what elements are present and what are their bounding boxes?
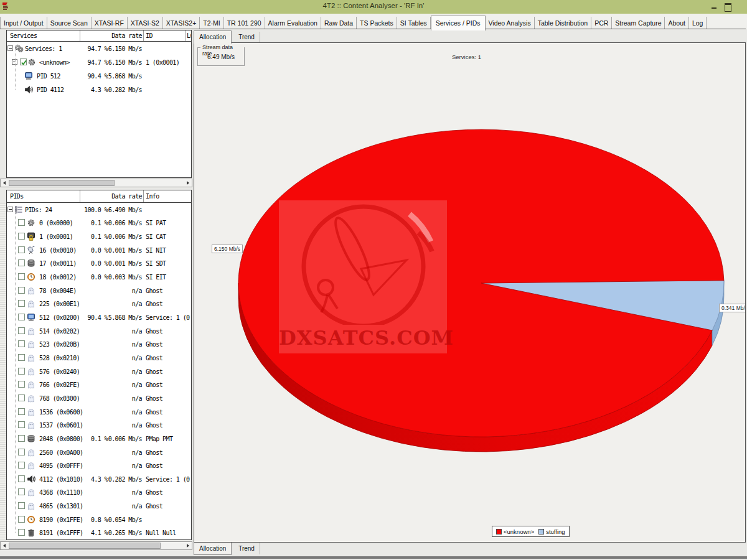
tree-row[interactable]: 766 (0x02FE)n/aGhost	[7, 378, 191, 391]
tree-row[interactable]: 4112 (0x1010)4.3 %0.282 Mb/sService: 1 (…	[7, 472, 191, 486]
tree-row[interactable]: 514 (0x0202)n/aGhost	[7, 324, 191, 338]
expander-icon[interactable]	[7, 45, 13, 51]
tree-row[interactable]: 225 (0x00E1)n/aGhost	[7, 297, 191, 311]
tree-row[interactable]: <unknown>94.7 %6.150 Mb/s1 (0x0001)	[7, 55, 191, 69]
row-checkbox[interactable]	[18, 314, 25, 320]
tab-raw-data[interactable]: Raw Data	[321, 17, 357, 29]
row-checkbox[interactable]	[18, 421, 25, 428]
tree-row[interactable]: 1537 (0x0601)n/aGhost	[7, 418, 191, 432]
row-checkbox[interactable]	[18, 516, 25, 523]
scroll-left-icon[interactable]	[1, 542, 8, 549]
pids-vscrollbar[interactable]	[0, 203, 6, 540]
col-pids[interactable]: PIDs	[10, 193, 24, 200]
row-checkbox[interactable]	[18, 368, 25, 375]
row-checkbox[interactable]	[18, 340, 25, 347]
row-checkbox[interactable]	[18, 327, 25, 334]
row-checkbox[interactable]	[18, 273, 25, 280]
tab-ts-packets[interactable]: TS Packets	[357, 17, 397, 29]
row-checkbox[interactable]	[20, 58, 27, 65]
row-checkbox[interactable]	[18, 219, 25, 226]
row-checkbox[interactable]	[18, 449, 25, 455]
tree-row[interactable]: 2048 (0x0800)0.1 %0.006 Mb/sPMap PMT	[7, 432, 191, 446]
tab-source-scan[interactable]: Source Scan	[47, 17, 92, 29]
col-data-rate[interactable]: Data rate	[82, 32, 142, 39]
tab-alarm-evaluation[interactable]: Alarm Evaluation	[265, 17, 321, 29]
tab-trend-bottom[interactable]: Trend	[233, 543, 260, 554]
row-checkbox[interactable]	[18, 502, 25, 509]
tree-row[interactable]: 1 (0x0001)0.1 %0.006 Mb/sSI CAT	[7, 230, 191, 243]
scroll-right-icon[interactable]	[184, 179, 192, 187]
row-checkbox[interactable]	[18, 435, 25, 442]
tree-row[interactable]: 768 (0x0300)n/aGhost	[7, 391, 191, 405]
tab-video-analysis[interactable]: Video Analysis	[486, 17, 535, 29]
tab-xtasi-s2[interactable]: XTASI-S2	[128, 17, 163, 29]
tree-row[interactable]: 523 (0x020B)n/aGhost	[7, 338, 191, 352]
tree-row[interactable]: PIDs: 24100.0 %6.490 Mb/s	[7, 203, 191, 217]
scroll-left-icon[interactable]	[1, 179, 8, 187]
tree-row[interactable]: 17 (0x0011)0.0 %0.001 Mb/sSI SDT	[7, 257, 191, 271]
tree-row[interactable]: Services: 194.7 %6.150 Mb/s	[7, 42, 191, 55]
scroll-thumb[interactable]	[9, 180, 115, 186]
column-divider[interactable]	[143, 190, 144, 202]
col-id[interactable]: ID	[146, 32, 153, 39]
tree-row[interactable]: 4865 (0x1301)n/aGhost	[7, 499, 191, 513]
row-checkbox[interactable]	[18, 394, 25, 401]
tree-row[interactable]: 78 (0x004E)n/aGhost	[7, 284, 191, 297]
tab-pcr[interactable]: PCR	[591, 17, 612, 29]
tab-about[interactable]: About	[665, 17, 688, 29]
column-divider[interactable]	[80, 30, 80, 41]
column-divider[interactable]	[80, 190, 80, 202]
maximize-button[interactable]	[723, 2, 732, 11]
scroll-thumb[interactable]	[9, 543, 161, 549]
services-hscrollbar[interactable]	[0, 179, 192, 187]
tree-row[interactable]: 528 (0x0210)n/aGhost	[7, 351, 191, 365]
tree-row[interactable]: 512 (0x0200)90.4 %5.868 Mb/sService: 1 (…	[7, 310, 191, 324]
tree-row[interactable]: PID 51290.4 %5.868 Mb/s	[7, 69, 191, 83]
tab-si-tables[interactable]: SI Tables	[397, 17, 431, 29]
row-checkbox[interactable]	[18, 408, 25, 415]
row-checkbox[interactable]	[18, 287, 25, 294]
tree-row[interactable]: 8191 (0x1FFF)4.1 %0.265 Mb/sNull Null	[7, 526, 191, 539]
tab-allocation[interactable]: Allocation	[194, 30, 232, 44]
row-checkbox[interactable]	[18, 300, 25, 307]
row-checkbox[interactable]	[18, 233, 25, 240]
tab-allocation-bottom[interactable]: Allocation	[194, 543, 232, 555]
row-checkbox[interactable]	[18, 462, 25, 469]
tree-row[interactable]: 2560 (0x0A00)n/aGhost	[7, 446, 191, 459]
tab-t2-mi[interactable]: T2-MI	[200, 17, 223, 29]
tab-services-pids[interactable]: Services / PIDs	[431, 16, 486, 30]
tree-row[interactable]: 1536 (0x0600)n/aGhost	[7, 405, 191, 419]
col-info[interactable]: Info	[146, 193, 159, 200]
row-checkbox[interactable]	[18, 246, 25, 253]
expander-icon[interactable]	[7, 207, 13, 212]
row-checkbox[interactable]	[18, 529, 25, 536]
tab-input-output[interactable]: Input / Output	[0, 17, 47, 29]
minimize-button[interactable]	[710, 2, 718, 11]
tree-row[interactable]: 8190 (0x1FFE)0.8 %0.054 Mb/s	[7, 513, 191, 526]
tab-stream-capture[interactable]: Stream Capture	[612, 17, 665, 29]
tab-xtasis2[interactable]: XTASIS2+	[163, 17, 200, 29]
tab-table-distribution[interactable]: Table Distribution	[535, 17, 592, 29]
tree-row[interactable]: 16 (0x0010)0.0 %0.001 Mb/sSI NIT	[7, 243, 191, 257]
pids-hscrollbar[interactable]	[0, 541, 192, 550]
row-checkbox[interactable]	[18, 354, 25, 361]
tree-row[interactable]: 18 (0x0012)0.0 %0.003 Mb/sSI EIT	[7, 270, 191, 284]
col-services[interactable]: Services	[10, 32, 37, 39]
tab-log[interactable]: Log	[689, 17, 707, 29]
tree-row[interactable]: 576 (0x0240)n/aGhost	[7, 365, 191, 378]
col-data-rate[interactable]: Data rate	[82, 193, 142, 200]
scroll-right-icon[interactable]	[184, 542, 192, 549]
tree-row[interactable]: 0 (0x0000)0.1 %0.006 Mb/sSI PAT	[7, 217, 191, 230]
tree-row[interactable]: 4368 (0x1110)n/aGhost	[7, 486, 191, 500]
row-checkbox[interactable]	[18, 488, 25, 495]
tree-row[interactable]: PID 41124.3 %0.282 Mb/s	[7, 83, 191, 96]
tab-tr-101-290[interactable]: TR 101 290	[224, 17, 265, 29]
tree-row[interactable]: 4095 (0x0FFF)n/aGhost	[7, 459, 191, 472]
col-lc[interactable]: LC	[187, 32, 192, 39]
tab-xtasi-rf[interactable]: XTASI-RF	[92, 17, 128, 29]
row-checkbox[interactable]	[18, 475, 25, 482]
tab-trend[interactable]: Trend	[233, 32, 260, 42]
row-checkbox[interactable]	[18, 381, 25, 388]
column-divider[interactable]	[185, 30, 186, 41]
column-divider[interactable]	[143, 30, 144, 41]
